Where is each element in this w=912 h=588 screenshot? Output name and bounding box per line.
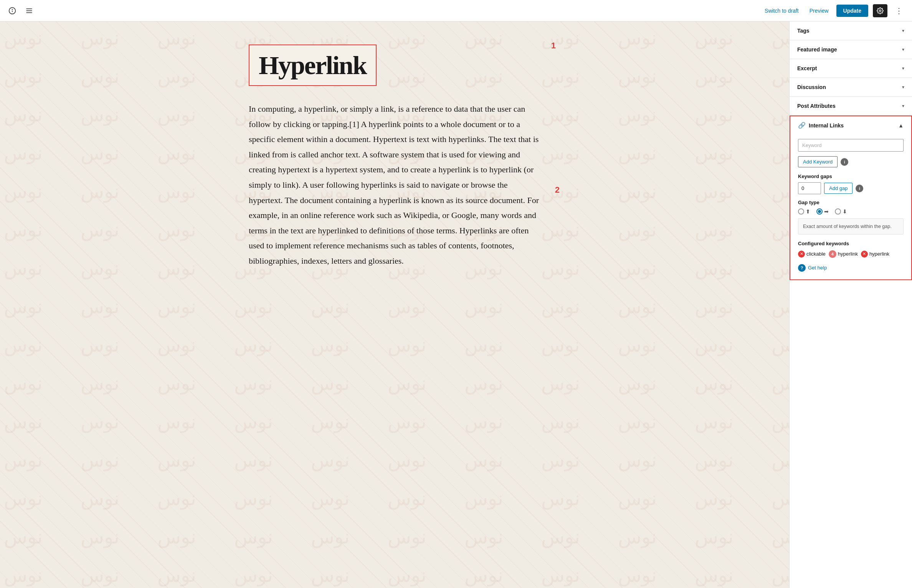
keyword-row: [798, 139, 904, 152]
featured-image-chevron-icon: ▾: [902, 47, 904, 52]
tags-chevron-icon: ▾: [902, 28, 904, 33]
keyword-info-icon[interactable]: i: [841, 158, 848, 166]
featured-image-header[interactable]: Featured image ▾: [790, 40, 912, 59]
get-help-link[interactable]: Get help: [808, 265, 827, 271]
keyword-tag-clickable: ✕ clickable: [798, 251, 826, 258]
preview-button[interactable]: Preview: [806, 5, 832, 16]
keyword-name-hyperlink-badge: hyperlink: [838, 251, 858, 257]
sidebar: Tags ▾ Featured image ▾ Excerpt ▾ Discus…: [789, 21, 912, 588]
keyword-input[interactable]: [798, 139, 904, 152]
gap-type-row: ⬆ ➡ ⬇: [798, 208, 904, 215]
featured-image-label: Featured image: [797, 46, 837, 53]
gap-type-right-icon: ➡: [824, 208, 829, 215]
keyword-remove-clickable[interactable]: ✕: [798, 251, 805, 258]
post-attributes-header[interactable]: Post Attributes ▾: [790, 97, 912, 115]
gap-row: 0 Add gap i: [798, 182, 904, 194]
keyword-remove-hyperlink[interactable]: ✕: [861, 251, 868, 258]
help-icon: ?: [798, 264, 806, 272]
editor-area: Hyperlink 1 In computing, a hyperlink, o…: [0, 21, 789, 588]
discussion-chevron-icon: ▾: [902, 84, 904, 90]
internal-links-title-row: 🔗 Internal Links: [798, 122, 844, 129]
gap-type-radio-right: [816, 208, 823, 215]
gap-type-label: Gap type: [798, 200, 904, 205]
gap-type-radio-down: [835, 208, 841, 215]
internal-links-body: Add Keyword i Keyword gaps 0 Add gap i G…: [790, 134, 911, 279]
main-layout: Hyperlink 1 In computing, a hyperlink, o…: [0, 21, 912, 588]
get-help-row: ? Get help: [798, 264, 904, 272]
gap-type-option-right[interactable]: ➡: [816, 208, 829, 215]
configured-keywords-label: Configured keywords: [798, 241, 904, 246]
discussion-header[interactable]: Discussion ▾: [790, 78, 912, 96]
internal-links-header: 🔗 Internal Links ▲: [790, 116, 911, 134]
keyword-tag-hyperlink-badge: 4 hyperlink: [829, 250, 858, 258]
internal-links-title: Internal Links: [809, 122, 844, 129]
sidebar-section-featured-image: Featured image ▾: [790, 40, 912, 59]
annotation-1: 1: [551, 41, 556, 51]
sidebar-section-tags: Tags ▾: [790, 21, 912, 40]
switch-to-draft-button[interactable]: Switch to draft: [762, 5, 802, 16]
keywords-list: ✕ clickable 4 hyperlink ✕ hyperlink: [798, 250, 904, 258]
keyword-badge-hyperlink: 4: [829, 250, 836, 258]
discussion-label: Discussion: [797, 84, 826, 90]
internal-links-collapse-icon[interactable]: ▲: [898, 122, 904, 129]
gap-info-icon[interactable]: i: [856, 185, 863, 192]
toolbar-right: Switch to draft Preview Update ⋮: [762, 4, 906, 17]
post-attributes-label: Post Attributes: [797, 103, 836, 109]
description-text: Exact amount of keywords within the gap.: [803, 224, 892, 229]
settings-button[interactable]: [873, 4, 887, 17]
link-icon: 🔗: [798, 122, 806, 129]
editor-content: Hyperlink 1 In computing, a hyperlink, o…: [249, 45, 540, 269]
internal-links-section: 🔗 Internal Links ▲ Add Keyword i Keyword…: [790, 116, 912, 280]
body-text[interactable]: In computing, a hyperlink, or simply a l…: [249, 101, 540, 269]
gap-type-up-icon: ⬆: [806, 208, 810, 215]
tags-label: Tags: [797, 28, 810, 34]
gap-type-down-icon: ⬇: [843, 208, 847, 215]
annotation-2: 2: [555, 185, 560, 195]
add-keyword-row: Add Keyword i: [798, 156, 904, 167]
add-gap-button[interactable]: Add gap: [824, 183, 853, 194]
add-keyword-button[interactable]: Add Keyword: [798, 156, 838, 167]
gap-input[interactable]: 0: [798, 182, 821, 194]
sidebar-section-excerpt: Excerpt ▾: [790, 59, 912, 78]
excerpt-label: Excerpt: [797, 65, 817, 71]
hamburger-button[interactable]: [23, 5, 35, 17]
title-block: Hyperlink 1: [249, 45, 540, 86]
excerpt-chevron-icon: ▾: [902, 66, 904, 71]
keyword-name-clickable: clickable: [806, 251, 826, 257]
keyword-tag-hyperlink: ✕ hyperlink: [861, 251, 889, 258]
gap-type-radio-up: [798, 208, 804, 215]
description-box: Exact amount of keywords within the gap.: [798, 218, 904, 235]
excerpt-header[interactable]: Excerpt ▾: [790, 59, 912, 78]
toolbar: Switch to draft Preview Update ⋮: [0, 0, 912, 21]
more-options-button[interactable]: ⋮: [892, 5, 906, 17]
sidebar-section-post-attributes: Post Attributes ▾: [790, 97, 912, 116]
title-box[interactable]: Hyperlink: [249, 45, 377, 86]
tags-header[interactable]: Tags ▾: [790, 21, 912, 40]
post-title: Hyperlink: [259, 51, 367, 80]
svg-point-6: [879, 10, 881, 12]
keyword-name-hyperlink: hyperlink: [869, 251, 889, 257]
keyword-gaps-label: Keyword gaps: [798, 173, 904, 179]
update-button[interactable]: Update: [836, 5, 868, 17]
body-text-container: In computing, a hyperlink, or simply a l…: [249, 101, 540, 269]
gap-type-option-up[interactable]: ⬆: [798, 208, 810, 215]
post-attributes-chevron-icon: ▾: [902, 103, 904, 109]
info-button[interactable]: [6, 5, 18, 17]
toolbar-left: [6, 5, 35, 17]
sidebar-section-discussion: Discussion ▾: [790, 78, 912, 97]
gap-type-option-down[interactable]: ⬇: [835, 208, 847, 215]
